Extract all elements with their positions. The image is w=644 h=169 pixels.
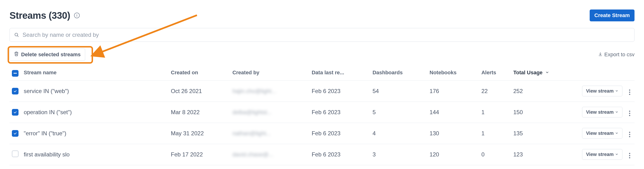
cell-created-by: delba@lightst... bbox=[230, 102, 309, 123]
cell-last-received: Feb 6 2023 bbox=[309, 123, 370, 144]
cell-created-by: hajin.cho@light... bbox=[230, 80, 309, 102]
cell-total-usage: 150 bbox=[511, 102, 577, 123]
row-checkbox[interactable] bbox=[12, 150, 18, 157]
streams-table: Stream name Created on Created by Data l… bbox=[10, 65, 634, 169]
table-row: "error" IN ("true")May 31 2022nathan@lig… bbox=[10, 123, 634, 144]
col-alerts[interactable]: Alerts bbox=[479, 65, 511, 80]
trash-icon bbox=[14, 52, 19, 58]
chevron-down-icon bbox=[615, 88, 618, 94]
cell-last-received: Feb 6 2023 bbox=[309, 144, 370, 165]
cell-notebooks: 120 bbox=[427, 144, 479, 165]
page-title: Streams (330) bbox=[10, 10, 70, 21]
cell-notebooks: 176 bbox=[427, 80, 479, 102]
cell-alerts: 1 bbox=[479, 123, 511, 144]
cell-alerts: 1 bbox=[479, 102, 511, 123]
cell-stream-name[interactable]: first availability slo bbox=[21, 144, 168, 165]
cell-created-by: nathan@light... bbox=[230, 123, 309, 144]
info-icon[interactable]: i bbox=[74, 12, 80, 18]
row-menu-icon[interactable] bbox=[627, 109, 632, 118]
create-stream-button[interactable]: Create Stream bbox=[590, 10, 634, 21]
col-dashboards[interactable]: Dashboards bbox=[370, 65, 427, 80]
cell-alerts: 0 bbox=[479, 144, 511, 165]
page-header: Streams (330) i Create Stream bbox=[10, 10, 634, 21]
table-row: service IN ("auth")Mar 18 2020joe@lights… bbox=[10, 165, 634, 169]
cell-total-usage: 123 bbox=[511, 144, 577, 165]
view-stream-button[interactable]: View stream bbox=[582, 128, 622, 138]
cell-last-received: Feb 6 2023 bbox=[309, 80, 370, 102]
col-total-usage[interactable]: Total Usage bbox=[511, 65, 577, 80]
cell-last-received: Feb 6 2023 bbox=[309, 165, 370, 169]
col-stream-name[interactable]: Stream name bbox=[21, 65, 168, 80]
chevron-down-icon bbox=[615, 152, 618, 157]
cell-total-usage: 252 bbox=[511, 80, 577, 102]
col-notebooks[interactable]: Notebooks bbox=[427, 65, 479, 80]
export-csv-link[interactable]: Export to csv bbox=[598, 52, 634, 58]
chevron-down-icon bbox=[615, 130, 618, 136]
cell-dashboards: 54 bbox=[370, 80, 427, 102]
cell-created-on: Feb 17 2022 bbox=[168, 144, 230, 165]
chevron-down-icon bbox=[545, 70, 549, 76]
table-row: operation IN ("set")Mar 8 2022delba@ligh… bbox=[10, 102, 634, 123]
col-total-usage-label: Total Usage bbox=[513, 70, 542, 76]
cell-dashboards: 5 bbox=[370, 102, 427, 123]
cell-created-by: joe@lightstep... bbox=[230, 165, 309, 169]
cell-created-on: Oct 26 2021 bbox=[168, 80, 230, 102]
view-stream-button[interactable]: View stream bbox=[582, 107, 622, 118]
search-icon bbox=[14, 32, 19, 38]
view-stream-button[interactable]: View stream bbox=[582, 86, 622, 96]
select-all-checkbox[interactable] bbox=[12, 70, 18, 77]
download-icon bbox=[598, 52, 602, 58]
cell-total-usage: 135 bbox=[511, 123, 577, 144]
cell-dashboards: 3 bbox=[370, 144, 427, 165]
cell-dashboards: 4 bbox=[370, 123, 427, 144]
cell-last-received: Feb 6 2023 bbox=[309, 102, 370, 123]
action-row: Delete selected streams Export to csv bbox=[10, 48, 634, 61]
cell-alerts: 1 bbox=[479, 165, 511, 169]
cell-stream-name[interactable]: service IN ("auth") bbox=[21, 165, 168, 169]
row-menu-icon[interactable] bbox=[627, 130, 632, 139]
col-data-last-received[interactable]: Data last re... bbox=[309, 65, 370, 80]
table-row: first availability sloFeb 17 2022david.c… bbox=[10, 144, 634, 165]
cell-created-on: Mar 8 2022 bbox=[168, 102, 230, 123]
row-checkbox[interactable] bbox=[12, 88, 18, 94]
cell-notebooks: 130 bbox=[427, 123, 479, 144]
col-created-on[interactable]: Created on bbox=[168, 65, 230, 80]
cell-created-on: May 31 2022 bbox=[168, 123, 230, 144]
cell-stream-name[interactable]: service IN ("web") bbox=[21, 80, 168, 102]
export-csv-label: Export to csv bbox=[604, 52, 634, 58]
delete-selected-button[interactable]: Delete selected streams bbox=[10, 48, 85, 61]
row-menu-icon[interactable] bbox=[627, 151, 632, 160]
cell-created-on: Mar 18 2020 bbox=[168, 165, 230, 169]
row-checkbox[interactable] bbox=[12, 130, 18, 137]
cell-stream-name[interactable]: "error" IN ("true") bbox=[21, 123, 168, 144]
col-created-by[interactable]: Created by bbox=[230, 65, 309, 80]
view-stream-button[interactable]: View stream bbox=[582, 149, 622, 160]
row-checkbox[interactable] bbox=[12, 109, 18, 116]
cell-alerts: 22 bbox=[479, 80, 511, 102]
cell-stream-name[interactable]: operation IN ("set") bbox=[21, 102, 168, 123]
search-input[interactable] bbox=[22, 32, 630, 38]
cell-dashboards: 20 bbox=[370, 165, 427, 169]
table-row: service IN ("web")Oct 26 2021hajin.cho@l… bbox=[10, 80, 634, 102]
cell-notebooks: 65 bbox=[427, 165, 479, 169]
cell-total-usage: 86 bbox=[511, 165, 577, 169]
delete-selected-label: Delete selected streams bbox=[21, 52, 81, 58]
cell-created-by: david.chase@... bbox=[230, 144, 309, 165]
search-box[interactable] bbox=[10, 28, 634, 42]
cell-notebooks: 144 bbox=[427, 102, 479, 123]
svg-line-1 bbox=[17, 36, 18, 36]
title-wrap: Streams (330) i bbox=[10, 10, 80, 21]
chevron-down-icon bbox=[615, 110, 618, 115]
row-menu-icon[interactable] bbox=[627, 88, 632, 97]
